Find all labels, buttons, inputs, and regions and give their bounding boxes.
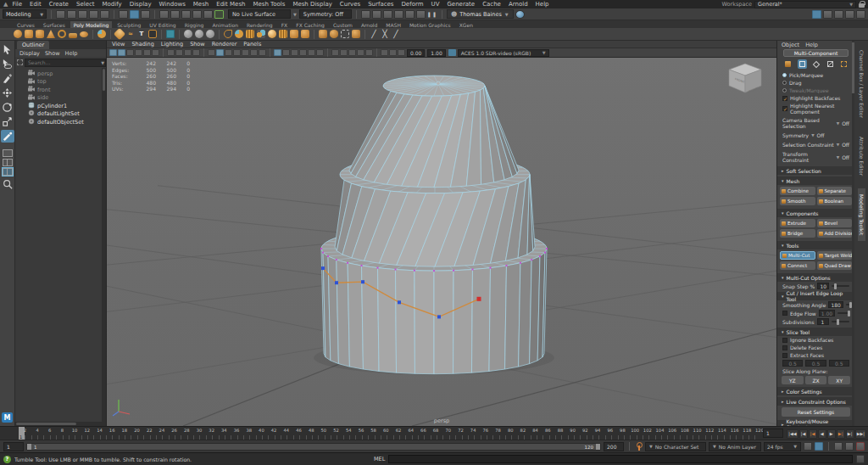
mel-label[interactable]: MEL: [374, 456, 385, 462]
quad-draw-button[interactable]: Quad Draw: [817, 261, 853, 270]
shelf-icon-pen2[interactable]: [381, 30, 389, 38]
colorspace-dropdown[interactable]: ACES 1.0 SDR-video (sRGB) ▼: [458, 49, 549, 57]
animation-end-field[interactable]: 200: [604, 442, 624, 451]
shelf-icon-spheres[interactable]: [257, 30, 265, 38]
shelf-icon-spheregrid[interactable]: [352, 30, 360, 38]
shelf-icon-badge[interactable]: [148, 30, 157, 38]
shelf-icon-sphereq[interactable]: [235, 30, 243, 38]
smooth-button[interactable]: Smooth: [780, 197, 815, 205]
status-icon[interactable]: [56, 10, 65, 19]
checkbox-icon[interactable]: ✓: [782, 96, 787, 101]
playback-button[interactable]: |◀: [799, 429, 808, 439]
lock-icon[interactable]: [859, 1, 865, 8]
shelf-tab-poly-modeling[interactable]: Poly Modeling: [70, 21, 113, 28]
shortcuts-section[interactable]: ▸ Keyboard/Mouse Shortcuts: [777, 420, 854, 426]
range-end-handle[interactable]: [596, 444, 600, 450]
auto-key-icon[interactable]: [815, 442, 823, 451]
status-icon[interactable]: [845, 10, 854, 19]
layout-four-pane-button[interactable]: [3, 168, 13, 176]
view-cube[interactable]: FRONT RIGHT: [726, 62, 765, 99]
checkbox-highlight-nearest-component[interactable]: ✓Highlight Nearest Component: [777, 102, 854, 115]
timeline-ruler[interactable]: 1 24681012141618202224262830323436384042…: [19, 427, 760, 440]
shelf-icon-char1[interactable]: [184, 30, 192, 38]
sync-icon[interactable]: [845, 442, 854, 451]
move-tool-button[interactable]: [1, 87, 14, 99]
shelf-icon-cube[interactable]: [25, 30, 33, 38]
rotate-tool-button[interactable]: [1, 101, 14, 114]
viewport-toolbar-icon[interactable]: [398, 49, 405, 56]
viewport-toolbar-icon[interactable]: [167, 49, 175, 56]
viewport-menu-view[interactable]: View: [112, 41, 125, 48]
checkbox-icon[interactable]: [782, 345, 787, 350]
shelf-icon-arrow[interactable]: [319, 30, 327, 38]
status-icon[interactable]: [361, 10, 370, 19]
speaker-icon[interactable]: [834, 442, 843, 451]
shelf-icon-cone[interactable]: [47, 30, 55, 38]
radio-drag[interactable]: Drag: [777, 79, 854, 87]
shelf-icon-cubeb[interactable]: [301, 30, 309, 38]
outliner-item-defaultobjectset[interactable]: defaultObjectSet: [15, 118, 106, 126]
pause-icon[interactable]: ❚❚: [427, 11, 437, 17]
status-icon[interactable]: [130, 10, 139, 19]
set-key-icon[interactable]: [856, 442, 865, 451]
viewport-toolbar-icon[interactable]: [184, 49, 192, 56]
smoothing-angle-field[interactable]: 180: [828, 301, 843, 308]
shelf-icon-plane[interactable]: [69, 33, 77, 38]
multi-component-mode-icon[interactable]: [798, 59, 807, 69]
checkbox-extract-faces[interactable]: Extract Faces: [777, 351, 854, 359]
side-tab-attribute-editor[interactable]: Attribute Editor: [858, 131, 865, 182]
menu-display[interactable]: Display: [130, 1, 152, 8]
current-frame-field[interactable]: 1: [763, 429, 783, 438]
shelf-tab-animation[interactable]: Animation: [209, 21, 242, 28]
status-icon[interactable]: [159, 10, 169, 19]
outliner-menu-display[interactable]: Display: [19, 50, 40, 57]
shelf-tab-arnold[interactable]: Arnold: [358, 21, 381, 28]
menuset-dropdown[interactable]: Modeling ▼: [3, 9, 47, 19]
scene-3d[interactable]: [107, 58, 776, 426]
viewport-toolbar-icon[interactable]: [381, 49, 388, 56]
viewport-menu-panels[interactable]: Panels: [243, 41, 261, 48]
playback-button[interactable]: ▶▶|: [855, 429, 866, 439]
shelf-icon-sphere[interactable]: [14, 30, 22, 38]
status-icon[interactable]: [856, 10, 865, 19]
viewport-toolbar-icon[interactable]: [282, 49, 290, 56]
menu-deform[interactable]: Deform: [401, 1, 423, 8]
status-icon[interactable]: [823, 10, 832, 19]
viewport-toolbar-icon[interactable]: [259, 49, 266, 56]
slice-value-field[interactable]: 0.5: [805, 360, 826, 367]
playback-button[interactable]: ▶: [827, 429, 836, 439]
menu-edit[interactable]: Edit: [30, 1, 42, 8]
shelf-tab-custom[interactable]: Custom: [330, 21, 356, 28]
menu-windows[interactable]: Windows: [159, 1, 186, 8]
gamma-field[interactable]: 1.00: [427, 49, 445, 57]
character-set-dropdown[interactable]: ▼ No Character Set: [645, 442, 706, 451]
edge-mode-icon[interactable]: [826, 59, 835, 69]
chevron-down-icon[interactable]: ▼: [101, 60, 104, 65]
status-icon[interactable]: [405, 10, 415, 19]
section-components[interactable]: ▾Components: [777, 209, 854, 217]
target-weld-button[interactable]: Target Weld: [817, 251, 853, 260]
radio-icon[interactable]: [782, 81, 787, 85]
dropdown-symmetry[interactable]: Symmetry▼Off: [777, 131, 854, 140]
viewport-menu-renderer[interactable]: Renderer: [212, 41, 237, 48]
subdivisions-slider[interactable]: [832, 321, 849, 322]
symmetry-field[interactable]: Symmetry: Off: [299, 9, 352, 19]
section-color-settings[interactable]: ▸Color Settings: [777, 387, 854, 395]
dropdown-camera-based-selection[interactable]: Camera Based Selection▼Off: [777, 115, 854, 131]
viewport-toolbar-icon[interactable]: [250, 49, 258, 56]
edge-flow-slider[interactable]: [837, 312, 849, 314]
playback-button[interactable]: ▶|: [846, 429, 854, 439]
playback-button[interactable]: |◀: [809, 429, 817, 439]
menu-curves[interactable]: Curves: [340, 1, 360, 8]
radio-tweak-marquee[interactable]: Tweak/Marquee: [777, 87, 854, 94]
layout-single-pane-button[interactable]: [3, 149, 13, 157]
shelf-tab-xgen[interactable]: XGen: [456, 21, 476, 28]
status-icon[interactable]: [78, 10, 87, 19]
checkbox-ignore-backfaces[interactable]: Ignore Backfaces: [777, 336, 854, 344]
section-tools[interactable]: ▾Tools: [777, 241, 854, 249]
menu-uv[interactable]: UV: [431, 1, 440, 8]
checkbox-icon[interactable]: [782, 353, 787, 358]
uv-mode-icon[interactable]: [839, 59, 849, 69]
menu-modify[interactable]: Modify: [103, 1, 122, 8]
dropdown-selection-constraint[interactable]: Selection Constraint▼Off: [777, 140, 854, 149]
